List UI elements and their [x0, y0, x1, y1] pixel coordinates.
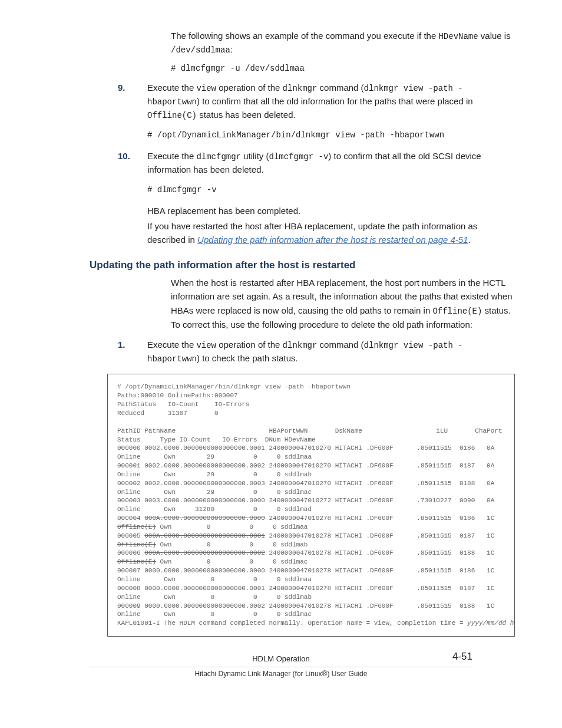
term-row-tail: 2400000047010278 HITACHI .DF600F .850115… [265, 549, 494, 556]
text: : [230, 44, 233, 54]
ordered-steps-lower: Execute the view operation of the dlnkmg… [141, 338, 515, 365]
term-msg: KAPL01001-I The HDLM command completed n… [117, 620, 467, 627]
term-row: 000007 0000.0000.0000000000000000.0000 2… [117, 567, 494, 574]
step-10: Execute the dlmcfgmgr utility (dlmcfgmgr… [141, 150, 515, 246]
term-row: Online Own 29 0 0 sddlmaa [117, 453, 312, 460]
inline-code: Offline(C) [147, 111, 197, 120]
inline-code: Offline(E) [432, 307, 482, 316]
term-row: Online Own 31280 0 0 sddlmad [117, 506, 312, 513]
term-row: 000002 0002.0000.0000000000000000.0003 2… [117, 480, 494, 487]
footer-chapter: HDLM Operation [252, 654, 310, 663]
term-row: 000009 0000.0000.0000000000000000.0002 2… [117, 602, 494, 610]
term-row: Online Own 0 0 0 sddlmac [117, 611, 312, 618]
term-header: PathID PathName HBAPortWWN DskName iLU C… [117, 427, 503, 434]
inline-code: dlnkmgr [283, 84, 318, 93]
text: The following shows an example of the co… [171, 31, 436, 41]
step-9: Execute the view operation of the dlnkmg… [141, 81, 515, 141]
text: operation of the [216, 340, 283, 350]
code-block: # dlmcfgmgr -v [147, 184, 515, 196]
section-paragraph: When the host is restarted after HBA rep… [171, 276, 515, 331]
term-msg-italic: yyyy/mm/dd hh:mm:ss [467, 620, 515, 627]
text: . [468, 235, 471, 245]
term-row: 000001 0002.0000.0000000000000000.0002 2… [117, 462, 494, 469]
text: Execute the [147, 340, 196, 350]
page-number: 4-51 [452, 651, 472, 663]
term-line: PathStatus IO-Count IO-Errors [117, 401, 249, 408]
code-block: # /opt/DynamicLinkManager/bin/dlnkmgr vi… [147, 129, 515, 141]
term-row: Online Own 29 0 0 sddlmac [117, 489, 312, 496]
term-header: Status Type IO-Count IO-Errors DNum HDev… [117, 436, 316, 443]
term-row: 000003 0003.0000.0000000000000000.0000 2… [117, 497, 494, 504]
text: command ( [317, 83, 363, 93]
page-footer: HDLM Operation 4-51 Hitachi Dynamic Link… [47, 653, 515, 678]
intro-paragraph: The following shows an example of the co… [171, 29, 515, 57]
text: ) to confirm that all the old informatio… [197, 96, 473, 106]
paragraph: If you have restarted the host after HBA… [147, 220, 515, 246]
inline-code: dlnkmgr [283, 341, 318, 350]
inline-code: dlmcfgmgr [196, 152, 241, 162]
term-row-strike: Offline(E) [117, 558, 156, 565]
term-row-pref: 000006 [117, 549, 144, 556]
inline-code: HDevName [438, 32, 478, 41]
footer-book-title: Hitachi Dynamic Link Manager (for Linux®… [47, 667, 515, 678]
text: ) to check the path status. [197, 353, 298, 363]
text: status has been deleted. [197, 110, 296, 120]
text: Execute the [147, 83, 196, 93]
term-row-strike: 000A.0000.0000000000000000.0000 [144, 515, 265, 522]
term-row-strike: 000A.0000.0000000000000000.0002 [144, 549, 265, 556]
term-line: # /opt/DynamicLinkManager/bin/dlnkmgr vi… [117, 383, 351, 390]
term-row-tail: Own 0 0 0 sddlmab [156, 541, 308, 548]
term-line [117, 419, 121, 426]
term-row-strike: 000A.0000.0000000000000000.0001 [144, 532, 265, 539]
ordered-steps-upper: Execute the view operation of the dlnkmg… [141, 81, 515, 246]
text: utility ( [241, 151, 269, 161]
inline-code: dlmcfgmgr -v [269, 152, 329, 162]
paragraph: HBA replacement has been completed. [147, 205, 515, 218]
inline-code: /dev/sddlmaa [171, 45, 230, 55]
term-row: Online Own 0 0 0 sddlmab [117, 594, 312, 601]
term-row: Online Own 0 0 0 sddlmaa [117, 576, 312, 583]
text: value is [478, 31, 511, 41]
term-row-strike: Offline(E) [117, 523, 156, 531]
text: command ( [317, 340, 363, 350]
term-row-tail: Own 0 0 0 sddlmaa [156, 523, 308, 531]
term-line: Reduced 31367 0 [117, 410, 219, 417]
term-row-tail: 2400000047010278 HITACHI .DF600F .850115… [265, 515, 494, 522]
term-row: 000000 0002.0000.0000000000000000.0001 2… [117, 444, 494, 452]
term-row-strike: Offline(E) [117, 541, 156, 548]
text: Execute the [147, 151, 196, 161]
code-block: # dlmcfgmgr -u /dev/sddlmaa [171, 64, 515, 73]
page: The following shows an example of the co… [0, 0, 562, 696]
term-row-pref: 000004 [117, 515, 144, 522]
term-row-pref: 000005 [117, 532, 144, 539]
term-row-tail: 2400000047010278 HITACHI .DF600F .850115… [265, 532, 494, 539]
term-row: 000008 0000.0000.0000000000000000.0001 2… [117, 585, 494, 592]
term-row-tail: Own 0 0 0 sddlmac [156, 558, 308, 565]
inline-code: view [196, 341, 216, 350]
term-row: Online Own 29 0 0 sddlmab [117, 471, 312, 478]
text: operation of the [216, 83, 283, 93]
cross-ref-link[interactable]: Updating the path information after the … [197, 235, 468, 245]
terminal-output: # /opt/DynamicLinkManager/bin/dlnkmgr vi… [107, 374, 515, 637]
step-1: Execute the view operation of the dlnkmg… [141, 338, 515, 365]
term-line: Paths:000010 OnlinePaths:000007 [117, 392, 238, 399]
section-heading: Updating the path information after the … [90, 259, 515, 271]
inline-code: view [196, 84, 216, 93]
